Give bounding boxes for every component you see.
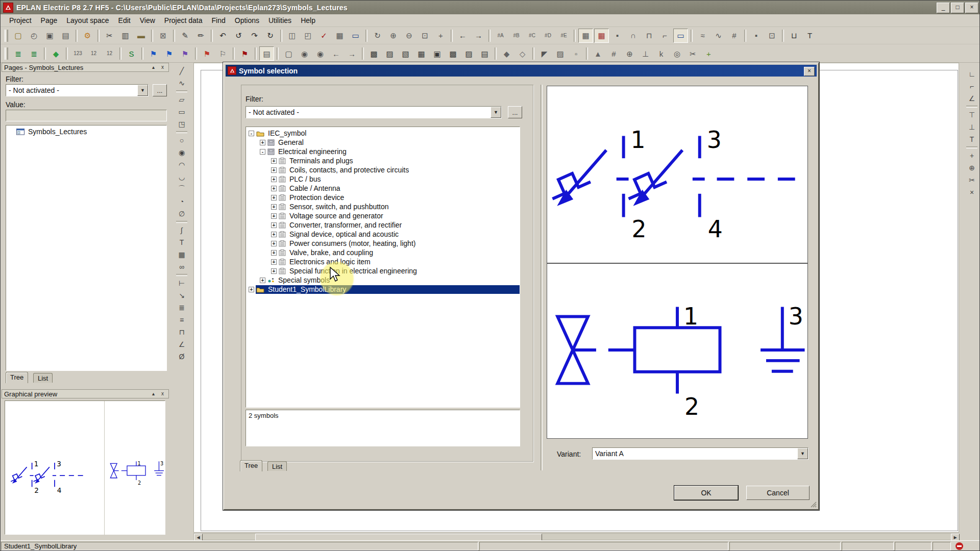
grid-on-button[interactable]: ▦ [578, 29, 593, 43]
compare-a-button[interactable]: ≈ [695, 29, 710, 43]
go-forward-button[interactable]: → [471, 29, 486, 43]
tree-item-special-function-in-electrical-engineering[interactable]: +Special function in electrical engineer… [246, 266, 520, 276]
symbol-tree[interactable]: -IEC_symbol+General-Electrical engineeri… [246, 127, 520, 408]
trim-tool-button[interactable]: ✂ [685, 46, 700, 61]
symbol-preview-top[interactable]: 1234 [547, 86, 808, 263]
line-tool-button[interactable]: ╱ [176, 65, 188, 77]
dimension-tool-button[interactable]: ⊢ [176, 277, 188, 289]
menu-project-data[interactable]: Project data [160, 15, 207, 26]
tree-item-terminals-and-plugs[interactable]: +Terminals and plugs [246, 156, 520, 165]
symbol-box-button[interactable]: ▨ [382, 46, 397, 61]
compare-grid-button[interactable]: # [727, 29, 742, 43]
zoom-in-button[interactable]: ⊕ [386, 29, 401, 43]
dashed-frame-button[interactable]: ▫ [569, 46, 583, 61]
flag-delete-button[interactable]: ⚑ [237, 46, 252, 61]
logical-errors-icon[interactable] [955, 542, 963, 550]
expand-icon[interactable]: + [271, 177, 277, 182]
dimension-radius-tool-button[interactable]: Ø [176, 350, 188, 363]
symbol-macro-button[interactable]: ▩ [446, 46, 460, 61]
collapse-icon[interactable]: - [249, 131, 254, 136]
chevron-down-icon[interactable]: ▼ [137, 85, 148, 96]
print-button[interactable]: ▤ [58, 29, 73, 43]
tree-item-voltage-source-and-generator[interactable]: +Voltage source and generator [246, 211, 520, 220]
variant-combobox[interactable]: Variant A ▼ [592, 447, 808, 460]
pan-view-button[interactable]: + [433, 29, 448, 43]
collapse-panel-icon[interactable]: ▴ [150, 390, 157, 398]
collapse-panel-icon[interactable]: ▴ [150, 64, 157, 71]
project-macro-button[interactable]: ▨ [461, 46, 476, 61]
page-navigator-button[interactable]: ≣ [11, 46, 26, 61]
axis-cross-button[interactable]: + [701, 46, 716, 61]
menu-edit[interactable]: Edit [114, 15, 135, 26]
dialog-title-bar[interactable]: Symbol selection × [226, 65, 817, 77]
expand-icon[interactable]: + [271, 222, 277, 228]
expand-icon[interactable]: + [271, 213, 277, 219]
tree-item-valve-brake-and-coupling[interactable]: +Valve, brake, and coupling [246, 248, 520, 257]
delete-selection-button[interactable]: ⊠ [156, 29, 170, 43]
cut-button[interactable]: ✂ [102, 29, 117, 43]
expand-icon[interactable]: + [271, 232, 277, 237]
circle-tool-button[interactable]: ○ [176, 134, 188, 146]
grid-e-button[interactable]: #E [556, 29, 571, 43]
resize-grip[interactable] [810, 501, 817, 508]
pages-filter-combobox[interactable]: - Not activated - ▼ [6, 84, 149, 96]
window-macro-button[interactable]: ▦ [414, 46, 429, 61]
corner-tl-tool-button[interactable]: ⌐ [966, 80, 978, 92]
tree-item-iec-symbol[interactable]: -IEC_symbol [246, 129, 520, 138]
open-page-button[interactable]: ◴ [27, 29, 41, 43]
flag-settings-button[interactable]: ⚑ [162, 46, 177, 61]
menu-layout-space[interactable]: Layout space [62, 15, 113, 26]
text-frame-button[interactable]: T [802, 29, 817, 43]
menu-help[interactable]: Help [296, 15, 320, 26]
snap-point-button[interactable]: ▪ [610, 29, 625, 43]
expand-icon[interactable]: + [271, 268, 277, 274]
expand-icon[interactable]: + [271, 250, 277, 256]
filter-a-button[interactable]: ◆ [499, 46, 514, 61]
tree-item-plc-bus[interactable]: +PLC / bus [246, 174, 520, 184]
arc-top-tool-button[interactable]: ◠ [176, 159, 188, 171]
plugin-button[interactable]: ◆ [48, 46, 63, 61]
anchor-tool-button[interactable]: ⊕ [622, 46, 637, 61]
connection-corner-button[interactable]: ⌐ [657, 29, 672, 43]
format-brush-button[interactable]: ✎ [178, 29, 192, 43]
tree-item-power-consumers-motor-heating-light[interactable]: +Power consumers (motor, heating, light) [246, 239, 520, 248]
arc-segment-tool-button[interactable]: ⌒ [176, 183, 188, 195]
dimension-cont-tool-button[interactable]: ≡ [176, 314, 188, 326]
delete-node-tool-button[interactable]: × [966, 186, 978, 198]
flag-stop-button[interactable]: ⚑ [200, 46, 214, 61]
pages-filter-browse-button[interactable]: ... [153, 84, 167, 96]
sector-tool-button[interactable]: ◔ [176, 195, 188, 208]
minimize-button[interactable]: _ [937, 3, 950, 13]
symbol-preview-bottom[interactable]: 123 [547, 263, 808, 439]
tree-item-converter-transformer-and-rectifier[interactable]: +Converter, transformer, and rectifier [246, 220, 520, 230]
flag-branch-button[interactable]: ⚐ [215, 46, 230, 61]
image-tool-button[interactable]: ▦ [176, 248, 188, 261]
check-s-button[interactable]: S [124, 46, 139, 61]
arrange-window-button[interactable]: ◰ [301, 29, 315, 43]
ellipse-tool-button[interactable]: ∅ [176, 208, 188, 220]
symbols-tab-list[interactable]: List [267, 461, 287, 471]
full-screen-button[interactable]: ▭ [348, 29, 363, 43]
rectangle-2-tool-button[interactable]: ◳ [176, 118, 188, 130]
assign-format-button[interactable]: ✏ [193, 29, 208, 43]
selection-frame-button[interactable]: ⊡ [765, 29, 779, 43]
number-terminals-button[interactable]: 12 [102, 46, 117, 61]
number-devices-button[interactable]: 123 [70, 46, 85, 61]
polygon-tool-button[interactable]: ▱ [176, 93, 188, 106]
break-tool-button[interactable]: k [654, 46, 669, 61]
page-tree-button[interactable]: ≣ [27, 46, 41, 61]
tree-item-sensor-switch-and-pushbutton[interactable]: +Sensor, switch, and pushbutton [246, 202, 520, 211]
flag-forward-button[interactable]: ⚑ [178, 46, 192, 61]
collapse-icon[interactable]: - [260, 149, 265, 155]
macro-box-button[interactable]: ▩ [366, 46, 381, 61]
rectangle-tool-button[interactable]: ▭ [176, 106, 188, 118]
canvas-hscrollbar[interactable]: ◀ ▶ [193, 533, 959, 540]
insert-point-button[interactable]: ▪ [749, 29, 764, 43]
tree-item-special-symbols[interactable]: +Special symbols [246, 276, 520, 285]
grid-a-button[interactable]: #A [493, 29, 508, 43]
grid-c-button[interactable]: #C [525, 29, 540, 43]
scrollbar-thumb[interactable] [255, 534, 542, 541]
text-small-tool-button[interactable]: T [966, 133, 978, 145]
new-document-button[interactable]: ▢ [281, 46, 296, 61]
copy-button[interactable]: ▥ [118, 29, 133, 43]
